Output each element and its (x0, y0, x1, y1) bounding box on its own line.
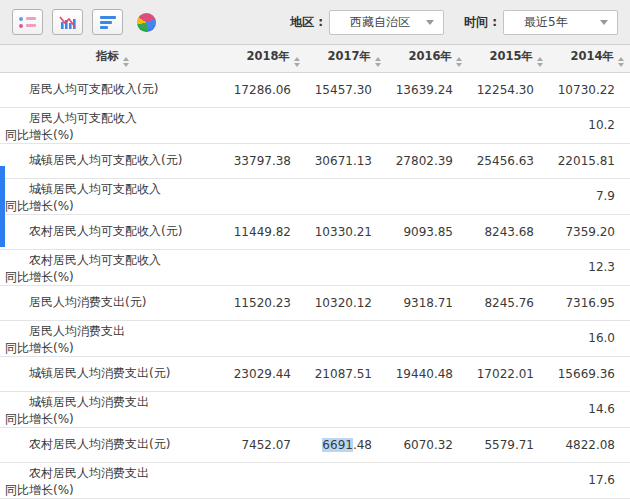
value-cell: 9318.71 (387, 285, 468, 321)
column-header-year-5[interactable]: 2014年 (549, 45, 630, 72)
value-cell: 17022.01 (468, 356, 549, 392)
value-cell (468, 108, 549, 144)
value-cell: 6070.32 (387, 427, 468, 463)
value-cell: 15457.30 (306, 72, 387, 108)
column-header-label: 2017年 (327, 49, 371, 63)
value-cell: 23029.44 (225, 356, 306, 392)
value-cell: 10730.22 (549, 72, 630, 108)
table-row: 居民人均可支配收入(元)17286.0615457.3013639.241225… (0, 72, 630, 108)
list-view-icon (19, 17, 36, 28)
column-header-label: 2018年 (246, 49, 290, 63)
value-cell (387, 108, 468, 144)
time-label: 时间 : (464, 14, 497, 31)
value-cell (468, 321, 549, 357)
value-cell: 10320.12 (306, 285, 387, 321)
region-select[interactable]: 西藏自治区 (329, 10, 444, 35)
value-cell: 33797.38 (225, 143, 306, 179)
indicator-cell: 居民人均消费支出(元) (0, 285, 225, 321)
indicator-cell: 农村居民人均可支配收入(元) (0, 214, 225, 250)
value-cell (306, 463, 387, 499)
value-cell (387, 463, 468, 499)
indicator-cell: 农村居民人均可支配收入同比增长(%) (0, 250, 225, 286)
table-row: 城镇居民人均消费支出(元)23029.4421087.5119440.48170… (0, 356, 630, 392)
value-cell (306, 179, 387, 215)
filter-bar: 地区 : 西藏自治区 时间 : 最近5年 (290, 10, 618, 35)
indicator-cell: 居民人均消费支出同比增长(%) (0, 321, 225, 357)
value-cell (387, 250, 468, 286)
value-cell (387, 392, 468, 428)
value-cell (225, 250, 306, 286)
table-body: 居民人均可支配收入(元)17286.0615457.3013639.241225… (0, 72, 630, 498)
selected-text: 6691 (322, 438, 353, 452)
value-cell: 7316.95 (549, 285, 630, 321)
time-filter-group: 时间 : 最近5年 (464, 10, 618, 35)
column-header-label: 指标 (96, 49, 119, 63)
indicator-cell: 城镇居民人均可支配收入(元) (0, 143, 225, 179)
value-cell: 10330.21 (306, 214, 387, 250)
bar-chart-button[interactable] (92, 9, 123, 35)
table-row: 城镇居民人均可支配收入(元)33797.3830671.1327802.3925… (0, 143, 630, 179)
region-filter-group: 地区 : 西藏自治区 (290, 10, 444, 35)
column-header-year-2[interactable]: 2017年 (306, 45, 387, 72)
value-cell: 27802.39 (387, 143, 468, 179)
column-header-year-4[interactable]: 2015年 (468, 45, 549, 72)
value-cell: 14.6 (549, 392, 630, 428)
value-cell (468, 179, 549, 215)
value-cell (387, 321, 468, 357)
table-row: 城镇居民人均可支配收入同比增长(%)7.9 (0, 179, 630, 215)
table-row: 城镇居民人均消费支出同比增长(%)14.6 (0, 392, 630, 428)
value-cell: 8245.76 (468, 285, 549, 321)
toolbar: 地区 : 西藏自治区 时间 : 最近5年 (0, 0, 630, 45)
pie-chart-button[interactable] (132, 10, 161, 34)
list-view-button[interactable] (12, 9, 43, 35)
value-cell (306, 321, 387, 357)
column-header-year-1[interactable]: 2018年 (225, 45, 306, 72)
left-scrollbar-thumb[interactable] (0, 166, 5, 247)
time-select[interactable]: 最近5年 (503, 10, 618, 35)
value-cell (225, 108, 306, 144)
value-cell: 13639.24 (387, 72, 468, 108)
time-select-value: 最近5年 (524, 14, 568, 31)
value-cell (387, 179, 468, 215)
value-cell: 15669.36 (549, 356, 630, 392)
value-cell: 4822.08 (549, 427, 630, 463)
value-cell: 19440.48 (387, 356, 468, 392)
value-cell (225, 392, 306, 428)
sort-icon (123, 57, 129, 67)
combo-chart-button[interactable] (52, 9, 83, 35)
value-cell (468, 250, 549, 286)
indicator-cell: 居民人均可支配收入同比增长(%) (0, 108, 225, 144)
column-header-year-3[interactable]: 2016年 (387, 45, 468, 72)
value-cell: 7.9 (549, 179, 630, 215)
sort-icon (375, 57, 381, 67)
value-cell: 10.2 (549, 108, 630, 144)
bar-chart-icon (100, 16, 116, 29)
region-label: 地区 : (290, 14, 323, 31)
column-header-label: 2014年 (570, 49, 614, 63)
sort-icon (456, 57, 462, 67)
column-header-label: 2016年 (408, 49, 452, 63)
table-row: 居民人均可支配收入同比增长(%)10.2 (0, 108, 630, 144)
value-cell: 9093.85 (387, 214, 468, 250)
value-cell: 12.3 (549, 250, 630, 286)
sort-icon (294, 57, 300, 67)
chevron-down-icon (600, 20, 608, 25)
value-cell: 21087.51 (306, 356, 387, 392)
value-cell: 7452.07 (225, 427, 306, 463)
sort-icon (618, 57, 624, 67)
indicator-cell: 农村居民人均消费支出同比增长(%) (0, 463, 225, 499)
table-row: 农村居民人均可支配收入同比增长(%)12.3 (0, 250, 630, 286)
value-cell: 25456.63 (468, 143, 549, 179)
combo-chart-icon (59, 15, 77, 30)
value-cell: 11520.23 (225, 285, 306, 321)
sort-icon (537, 57, 543, 67)
column-header-indicator[interactable]: 指标 (0, 45, 225, 72)
table-row: 农村居民人均消费支出同比增长(%)17.6 (0, 463, 630, 499)
pie-chart-icon (137, 13, 156, 32)
table-row: 农村居民人均可支配收入(元)11449.8210330.219093.85824… (0, 214, 630, 250)
indicator-cell: 城镇居民人均消费支出同比增长(%) (0, 392, 225, 428)
value-cell: 30671.13 (306, 143, 387, 179)
value-cell (468, 463, 549, 499)
value-cell (225, 463, 306, 499)
value-cell: 11449.82 (225, 214, 306, 250)
